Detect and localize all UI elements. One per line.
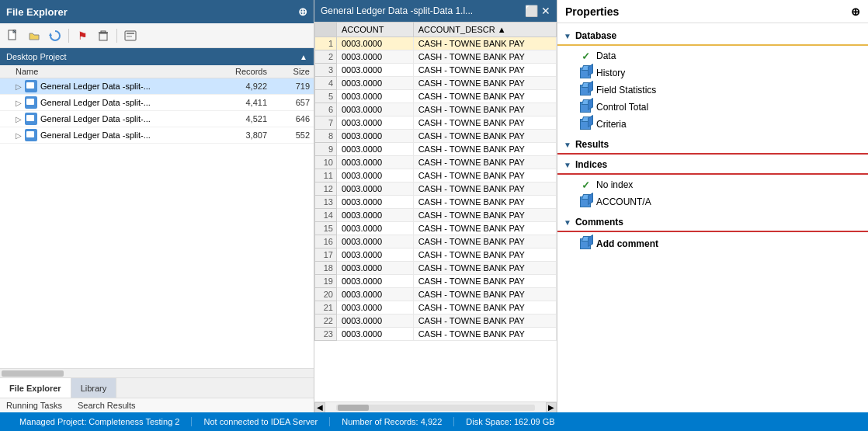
- file-item[interactable]: ▷ General Ledger Data -split-... 4,922 7…: [0, 78, 314, 95]
- add-comment-button[interactable]: Add comment: [573, 234, 868, 254]
- delete-button[interactable]: [94, 26, 113, 45]
- table-row[interactable]: 4 0003.0000 CASH - TOWNE BANK PAY: [315, 77, 557, 90]
- properties-pin-icon[interactable]: ⊕: [851, 5, 860, 18]
- desc-cell: CASH - TOWNE BANK PAY: [413, 182, 556, 196]
- expand-icon[interactable]: ▷: [16, 99, 22, 107]
- scrollbar-thumb[interactable]: [338, 405, 369, 411]
- prop-item-criteria[interactable]: Criteria: [573, 116, 868, 133]
- table-row[interactable]: 3 0003.0000 CASH - TOWNE BANK PAY: [315, 64, 557, 77]
- expand-icon[interactable]: ▷: [16, 82, 22, 91]
- table-row[interactable]: 11 0003.0000 CASH - TOWNE BANK PAY: [315, 169, 557, 182]
- tab-file-explorer[interactable]: File Explorer: [0, 378, 71, 398]
- account-cell: 0003.0000: [337, 156, 414, 169]
- prop-item-history[interactable]: History: [573, 64, 868, 82]
- svg-rect-4: [99, 33, 107, 40]
- row-number: 19: [315, 275, 337, 288]
- horizontal-scrollbar[interactable]: [0, 368, 314, 377]
- account-cell: 0003.0000: [337, 262, 414, 275]
- grid-horizontal-scrollbar[interactable]: ◀ ▶: [314, 401, 557, 412]
- database-label: Database: [575, 30, 616, 41]
- col-account[interactable]: ACCOUNT: [337, 23, 414, 37]
- new-button[interactable]: [4, 26, 23, 45]
- desc-cell: CASH - TOWNE BANK PAY: [413, 64, 556, 77]
- row-number: 9: [315, 143, 337, 156]
- row-number: 7: [315, 116, 337, 130]
- table-row[interactable]: 9 0003.0000 CASH - TOWNE BANK PAY: [315, 143, 557, 156]
- table-row[interactable]: 21 0003.0000 CASH - TOWNE BANK PAY: [315, 301, 557, 315]
- file-item[interactable]: ▷ General Ledger Data -split-... 3,807 5…: [0, 127, 314, 144]
- status-server: Not connected to IDEA Server: [192, 417, 330, 426]
- row-number: 5: [315, 90, 337, 103]
- prop-item-account-a[interactable]: ACCOUNT/A: [573, 193, 868, 210]
- check-icon-no-index: ✓: [579, 179, 592, 191]
- scroll-left-arrow[interactable]: ◀: [314, 402, 325, 413]
- history-label: History: [596, 68, 625, 78]
- table-row[interactable]: 1 0003.0000 CASH - TOWNE BANK PAY: [315, 37, 557, 50]
- data-label: Data: [596, 50, 616, 61]
- row-number: 22: [315, 315, 337, 328]
- expand-icon[interactable]: ▷: [16, 115, 22, 123]
- table-row[interactable]: 14 0003.0000 CASH - TOWNE BANK PAY: [315, 209, 557, 222]
- table-row[interactable]: 19 0003.0000 CASH - TOWNE BANK PAY: [315, 275, 557, 288]
- tab-library[interactable]: Library: [71, 378, 117, 398]
- col-account-desc[interactable]: ACCOUNT_DESCR ▲: [413, 23, 556, 37]
- table-row[interactable]: 13 0003.0000 CASH - TOWNE BANK PAY: [315, 196, 557, 209]
- account-cell: 0003.0000: [337, 116, 414, 130]
- account-cell: 0003.0000: [337, 249, 414, 262]
- table-row[interactable]: 12 0003.0000 CASH - TOWNE BANK PAY: [315, 182, 557, 196]
- prop-item-control-total[interactable]: Control Total: [573, 99, 868, 116]
- file-item-name: ▷ General Ledger Data -split-...: [16, 113, 217, 125]
- pin-icon[interactable]: ⊕: [298, 5, 307, 18]
- table-row[interactable]: 6 0003.0000 CASH - TOWNE BANK PAY: [315, 103, 557, 116]
- scroll-right-arrow[interactable]: ▶: [546, 402, 557, 413]
- app-container: File Explorer ⊕ ⚑: [0, 0, 868, 431]
- table-row[interactable]: 22 0003.0000 CASH - TOWNE BANK PAY: [315, 315, 557, 328]
- file-name-text: General Ledger Data -split-...: [40, 82, 151, 91]
- table-row[interactable]: 18 0003.0000 CASH - TOWNE BANK PAY: [315, 262, 557, 275]
- table-row[interactable]: 20 0003.0000 CASH - TOWNE BANK PAY: [315, 288, 557, 301]
- file-icon: [25, 113, 37, 125]
- file-list-header: Name Records Size: [0, 65, 314, 78]
- table-row[interactable]: 23 0003.0000 CASH - TOWNE BANK PAY: [315, 328, 557, 341]
- file-records: 3,807: [217, 130, 271, 140]
- table-row[interactable]: 17 0003.0000 CASH - TOWNE BANK PAY: [315, 249, 557, 262]
- account-cell: 0003.0000: [337, 182, 414, 196]
- close-button[interactable]: ✕: [541, 5, 550, 17]
- desc-cell: CASH - TOWNE BANK PAY: [413, 143, 556, 156]
- file-item[interactable]: ▷ General Ledger Data -split-... 4,411 6…: [0, 95, 314, 111]
- table-row[interactable]: 15 0003.0000 CASH - TOWNE BANK PAY: [315, 222, 557, 235]
- database-section-header[interactable]: ▼ Database: [557, 27, 868, 46]
- table-row[interactable]: 8 0003.0000 CASH - TOWNE BANK PAY: [315, 130, 557, 143]
- flag-button[interactable]: ⚑: [73, 26, 92, 45]
- search-results-link[interactable]: Search Results: [78, 401, 136, 410]
- cube-icon-add-comment: [579, 238, 592, 250]
- comments-section-header[interactable]: ▼ Comments: [557, 214, 868, 232]
- file-item[interactable]: ▷ General Ledger Data -split-... 4,521 6…: [0, 111, 314, 127]
- table-row[interactable]: 2 0003.0000 CASH - TOWNE BANK PAY: [315, 50, 557, 64]
- svg-rect-8: [127, 33, 134, 34]
- data-grid-panel: General Ledger Data -split-Data 1.l... ⬜…: [314, 0, 557, 412]
- scrollbar-thumb[interactable]: [2, 370, 64, 377]
- indices-section-header[interactable]: ▼ Indices: [557, 156, 868, 175]
- project-collapse-arrow[interactable]: ▲: [300, 53, 307, 61]
- refresh-button[interactable]: [46, 26, 64, 45]
- table-row[interactable]: 5 0003.0000 CASH - TOWNE BANK PAY: [315, 90, 557, 103]
- account-cell: 0003.0000: [337, 103, 414, 116]
- table-row[interactable]: 10 0003.0000 CASH - TOWNE BANK PAY: [315, 156, 557, 169]
- database-arrow: ▼: [564, 32, 571, 40]
- prop-item-field-stats[interactable]: Field Statistics: [573, 82, 868, 99]
- file-records: 4,411: [217, 98, 271, 107]
- expand-icon[interactable]: ▷: [16, 131, 22, 140]
- maximize-button[interactable]: ⬜: [525, 5, 538, 17]
- prop-item-data[interactable]: ✓ Data: [573, 47, 868, 64]
- open-button[interactable]: [25, 26, 43, 45]
- properties-button[interactable]: [121, 26, 140, 45]
- table-row[interactable]: 7 0003.0000 CASH - TOWNE BANK PAY: [315, 116, 557, 130]
- running-tasks-link[interactable]: Running Tasks: [6, 401, 62, 410]
- file-icon: [25, 129, 37, 141]
- table-row[interactable]: 16 0003.0000 CASH - TOWNE BANK PAY: [315, 235, 557, 249]
- prop-item-no-index[interactable]: ✓ No index: [573, 176, 868, 193]
- results-section-header[interactable]: ▼ Results: [557, 136, 868, 155]
- account-cell: 0003.0000: [337, 315, 414, 328]
- account-cell: 0003.0000: [337, 143, 414, 156]
